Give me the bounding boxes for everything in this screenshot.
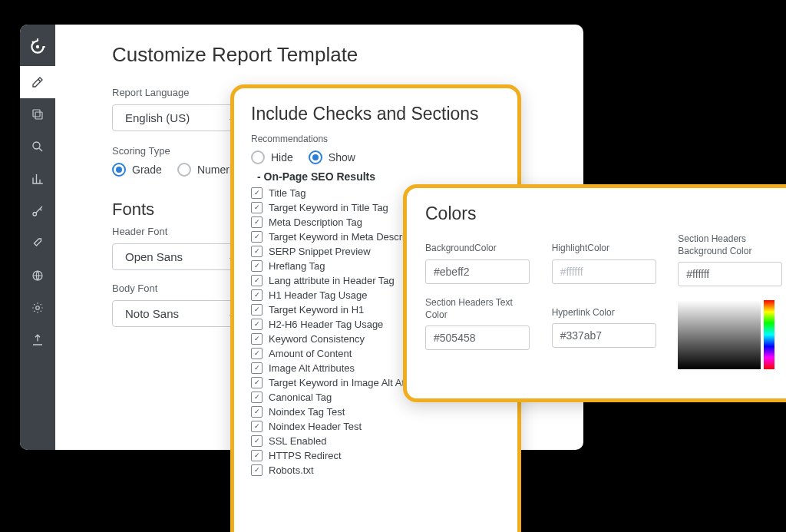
checkbox-icon[interactable] (251, 348, 263, 359)
highlight-color-label: HighlightColor (552, 233, 660, 255)
check-item-label: Noindex Tag Test (269, 406, 345, 418)
sidebar-item-chart[interactable] (20, 163, 55, 195)
checkbox-icon[interactable] (251, 392, 263, 403)
svg-rect-2 (33, 110, 40, 117)
checkbox-icon[interactable] (251, 275, 263, 286)
app-logo (26, 35, 49, 58)
checkbox-icon[interactable] (251, 246, 263, 257)
svg-rect-1 (35, 112, 42, 119)
highlight-color-input[interactable]: #ffffff (552, 259, 656, 284)
svg-point-6 (36, 306, 40, 310)
checkbox-icon[interactable] (251, 406, 263, 418)
check-item-label: Keyword Consistency (269, 333, 365, 345)
sidebar-item-export[interactable] (20, 324, 55, 356)
colors-panel-title: Colors (425, 203, 786, 224)
checkbox-icon[interactable] (251, 187, 263, 199)
report-language-value: English (US) (125, 111, 190, 124)
check-item-label: Amount of Content (269, 348, 352, 359)
section-bg-color-label: Section Headers Background Color (678, 233, 786, 257)
check-item-label: Meta Description Tag (269, 216, 362, 228)
checkbox-icon[interactable] (251, 377, 263, 388)
scoring-radio-grade[interactable]: Grade (112, 163, 162, 177)
checkbox-icon[interactable] (251, 435, 263, 447)
checkbox-icon[interactable] (251, 304, 263, 316)
sidebar-item-edit[interactable] (20, 66, 55, 98)
sidebar-item-settings[interactable] (20, 292, 55, 324)
radio-off-icon (177, 163, 191, 177)
check-item[interactable]: HTTPS Redirect (251, 450, 500, 461)
checkbox-icon[interactable] (251, 289, 263, 301)
color-hue-slider[interactable] (764, 300, 774, 369)
checkbox-icon[interactable] (251, 202, 263, 213)
recommendations-radio-show[interactable]: Show (309, 150, 355, 164)
background-color-input[interactable]: #ebeff2 (425, 259, 530, 284)
check-item-label: Hreflang Tag (269, 260, 325, 272)
check-item-label: Title Tag (269, 187, 305, 199)
check-item[interactable]: Noindex Tag Test (251, 406, 500, 418)
checkbox-icon[interactable] (251, 216, 263, 228)
section-bg-color-input[interactable]: #ffffff (678, 262, 782, 286)
hyperlink-color-input[interactable]: #337ab7 (552, 323, 656, 348)
checkbox-icon[interactable] (251, 464, 263, 476)
check-item-label: Canonical Tag (269, 392, 332, 403)
sidebar-item-globe[interactable] (20, 259, 55, 292)
colors-panel: Colors BackgroundColor #ebeff2 Highlight… (403, 184, 786, 402)
scoring-radio-numeric[interactable]: Numeric (177, 163, 237, 177)
body-font-dropdown[interactable]: Noto Sans (112, 300, 250, 327)
checkbox-icon[interactable] (251, 450, 263, 461)
check-item-label: Lang attribute in Header Tag (269, 275, 395, 286)
check-item[interactable]: Noindex Header Test (251, 421, 500, 432)
sidebar-item-copy[interactable] (20, 98, 55, 131)
check-item-label: SERP Snippet Preview (269, 246, 371, 257)
check-item-label: Target Keyword in H1 (269, 304, 364, 316)
check-item-label: Noindex Header Test (269, 421, 362, 432)
check-item-label: HTTPS Redirect (269, 450, 342, 461)
recommendations-label: Recommendations (251, 134, 500, 144)
color-sv-area[interactable] (678, 300, 761, 369)
radio-off-icon (251, 150, 265, 164)
header-font-dropdown[interactable]: Open Sans (112, 243, 250, 270)
checks-section-header: On-Page SEO Results (268, 170, 500, 183)
checkbox-icon[interactable] (251, 231, 263, 243)
sidebar-item-key[interactable] (20, 195, 55, 227)
page-title: Customize Report Template (112, 43, 556, 67)
body-font-value: Noto Sans (125, 307, 179, 320)
checkbox-icon[interactable] (251, 319, 263, 330)
checks-panel-title: Include Checks and Sections (251, 104, 500, 124)
check-item-label: H2-H6 Header Tag Usage (269, 319, 383, 330)
section-text-color-label: Section Headers Text Color (425, 297, 533, 321)
sidebar-item-search[interactable] (20, 131, 55, 163)
header-font-value: Open Sans (125, 250, 183, 263)
svg-point-0 (36, 45, 39, 48)
checkbox-icon[interactable] (251, 260, 263, 272)
checkbox-icon[interactable] (251, 421, 263, 432)
recommendations-radio-hide[interactable]: Hide (251, 150, 293, 164)
background-color-label: BackgroundColor (425, 233, 533, 255)
check-item-label: Target Keyword in Title Tag (269, 202, 388, 213)
check-item[interactable]: SSL Enabled (251, 435, 500, 447)
report-language-dropdown[interactable]: English (US) (112, 104, 250, 131)
section-text-color-input[interactable]: #505458 (425, 325, 530, 350)
check-item-label: SSL Enabled (269, 435, 326, 447)
check-item-label: Image Alt Attributes (269, 362, 355, 374)
sidebar-item-tools[interactable] (20, 227, 55, 259)
app-sidebar (20, 25, 55, 450)
svg-point-3 (33, 142, 40, 149)
color-picker[interactable] (678, 300, 774, 369)
check-item-label: H1 Header Tag Usage (269, 289, 367, 301)
check-item-label: Robots.txt (269, 464, 314, 476)
checkbox-icon[interactable] (251, 333, 263, 345)
check-item[interactable]: Robots.txt (251, 464, 500, 476)
radio-on-icon (309, 150, 322, 164)
hyperlink-color-label: Hyperlink Color (552, 297, 660, 319)
checkbox-icon[interactable] (251, 362, 263, 374)
radio-on-icon (112, 163, 126, 177)
